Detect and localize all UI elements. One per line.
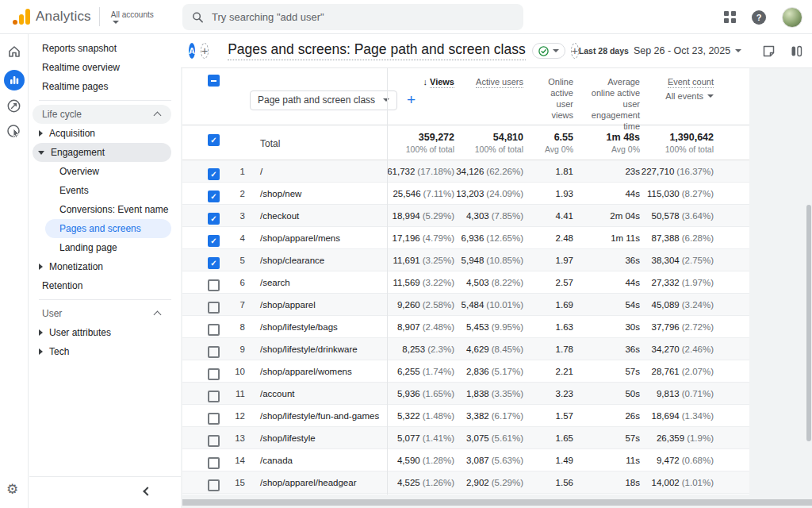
advertising-icon[interactable]	[4, 121, 25, 141]
sidebar-item-tech[interactable]: Tech	[33, 342, 171, 361]
column-label: Event count	[668, 77, 714, 88]
event-filter-dropdown[interactable]: All events	[640, 90, 714, 102]
users-pct: (10.01%)	[486, 300, 523, 310]
row-checkbox[interactable]	[208, 324, 220, 336]
engagement-time-value: 18s	[573, 471, 640, 494]
row-checkbox[interactable]	[208, 302, 220, 314]
users-value: 2,836	[466, 367, 489, 376]
account-switcher[interactable]: All accounts	[111, 10, 154, 24]
page-path: /canada	[251, 449, 387, 471]
column-header-active-users[interactable]: Active users	[454, 68, 523, 132]
apps-grid-icon[interactable]	[724, 11, 736, 23]
sidebar-item-conversions[interactable]: Conversions: Event name	[45, 200, 171, 219]
admin-gear-icon[interactable]: ⚙	[6, 481, 18, 498]
row-checkbox[interactable]	[208, 190, 220, 202]
sidebar-item-overview[interactable]: Overview	[45, 162, 171, 181]
column-header-event-count[interactable]: Event count All events	[640, 68, 714, 132]
sidebar-item-realtime-pages[interactable]: Realtime pages	[33, 77, 171, 96]
sidebar-item-acquisition[interactable]: Acquisition	[33, 124, 171, 143]
event-filter-label: All events	[665, 90, 703, 102]
page-path: /shop/clearance	[251, 249, 387, 271]
row-checkbox[interactable]	[208, 435, 220, 447]
table-total-row: Total 359,272100% of total 54,810100% of…	[182, 125, 749, 160]
table-row: 14 /canada 4,590(1.28%) 3,087(5.63%) 1.4…	[182, 449, 749, 471]
views-pct: (1.41%)	[423, 433, 454, 443]
engagement-time-value: 54s	[573, 294, 640, 316]
online-views-value: 1.63	[523, 316, 573, 338]
total-users: 54,810	[454, 132, 523, 143]
users-value: 3,087	[466, 456, 489, 465]
analytics-app: Analytics All accounts ?	[0, 0, 812, 508]
sidebar-item-user-attributes[interactable]: User attributes	[33, 323, 171, 342]
date-preset-label: Last 28 days	[579, 46, 629, 56]
total-checkbox[interactable]	[208, 134, 220, 146]
avatar[interactable]	[782, 7, 802, 28]
online-views-value: 1.78	[523, 338, 573, 360]
section-life-cycle[interactable]: Life cycle	[33, 105, 171, 124]
sidebar-item-realtime-overview[interactable]: Realtime overview	[33, 58, 171, 77]
home-icon[interactable]	[4, 41, 25, 62]
collapse-sidebar-icon[interactable]	[143, 487, 151, 495]
views-value: 17,196	[393, 233, 420, 243]
analytics-logo-icon[interactable]	[13, 9, 30, 25]
column-header-views[interactable]: ↓ Views	[387, 68, 454, 132]
horizontal-scrollbar[interactable]	[182, 499, 812, 506]
add-comparison-chip[interactable]: +	[201, 43, 209, 59]
row-checkbox[interactable]	[208, 479, 220, 491]
dimension-selector[interactable]: Page path and screen class	[250, 90, 397, 110]
row-checkbox[interactable]	[208, 257, 220, 269]
row-checkbox[interactable]	[208, 391, 220, 402]
sidebar-item-pages-and-screens[interactable]: Pages and screens	[45, 219, 171, 238]
events-value: 87,388	[652, 233, 680, 243]
event-count-value: 18,694(1.34%)	[640, 405, 714, 427]
row-checkbox[interactable]	[208, 368, 220, 380]
date-range-picker[interactable]: Last 28 days Sep 26 - Oct 23, 2025	[579, 45, 741, 56]
row-checkbox[interactable]	[208, 457, 220, 469]
events-value: 50,578	[652, 211, 680, 221]
vertical-scrollbar[interactable]	[806, 205, 811, 441]
events-value: 34,270	[652, 344, 680, 354]
sidebar-item-landing-page[interactable]: Landing page	[45, 238, 171, 257]
row-checkbox[interactable]	[208, 235, 220, 247]
divider	[99, 7, 100, 26]
report-status-pill[interactable]	[532, 43, 565, 59]
row-checkbox[interactable]	[208, 346, 220, 358]
row-checkbox[interactable]	[208, 413, 220, 425]
help-icon[interactable]: ?	[752, 10, 766, 25]
events-value: 9,472	[657, 456, 680, 465]
explore-icon[interactable]	[4, 95, 25, 116]
event-count-value: 34,270(2.46%)	[640, 338, 714, 360]
row-checkbox[interactable]	[208, 213, 220, 225]
search-input[interactable]	[212, 11, 514, 23]
users-value: 4,629	[466, 344, 489, 354]
row-checkbox[interactable]	[208, 279, 220, 291]
sidebar-item-monetization[interactable]: Monetization	[33, 257, 171, 276]
chevron-down-icon	[735, 49, 741, 52]
sidebar-item-retention[interactable]: Retention	[33, 276, 171, 295]
column-header-online-views[interactable]: Online active user views	[523, 68, 573, 132]
account-chip[interactable]: A	[189, 43, 195, 59]
users-pct: (5.17%)	[492, 367, 523, 376]
notes-icon[interactable]	[760, 43, 776, 59]
select-all-checkbox[interactable]	[208, 75, 220, 87]
section-user[interactable]: User	[33, 304, 171, 323]
search-bar[interactable]	[182, 4, 523, 30]
chevron-up-icon	[154, 311, 162, 319]
row-checkbox[interactable]	[208, 168, 220, 180]
sidebar-item-events[interactable]: Events	[45, 181, 171, 200]
page-title[interactable]: Pages and screens: Page path and screen …	[228, 41, 526, 60]
views-pct: (1.65%)	[423, 389, 454, 398]
users-value: 4,503	[466, 278, 489, 287]
sidebar-item-engagement[interactable]: Engagement	[33, 143, 171, 162]
users-pct: (5.29%)	[492, 478, 523, 487]
sidebar-item-reports-snapshot[interactable]: Reports snapshot	[33, 39, 171, 58]
reports-icon[interactable]	[4, 70, 25, 90]
comparison-icon[interactable]	[788, 43, 804, 59]
column-header-avg-engagement[interactable]: Average online active user engagement ti…	[573, 68, 640, 132]
users-pct: (3.35%)	[492, 389, 523, 398]
sidebar-footer	[29, 476, 181, 508]
events-value: 14,002	[652, 478, 680, 487]
views-value: 4,525	[397, 478, 420, 487]
add-report-chip[interactable]: +	[571, 43, 579, 59]
row-number: 4	[230, 227, 251, 249]
